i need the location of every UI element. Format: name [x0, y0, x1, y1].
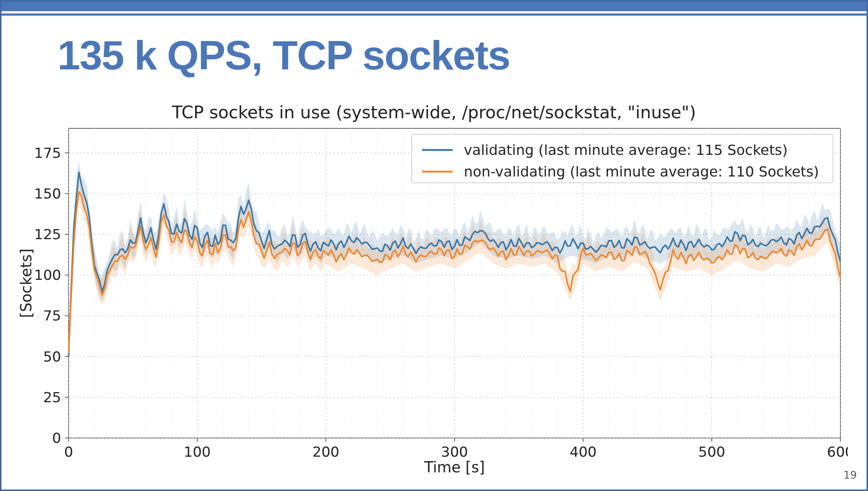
- svg-text:500: 500: [698, 444, 726, 460]
- svg-text:300: 300: [441, 444, 468, 460]
- chart-title: TCP sockets in use (system-wide, /proc/n…: [13, 102, 855, 122]
- header-band: [1, 1, 867, 13]
- svg-text:200: 200: [312, 444, 340, 460]
- line-chart: 01002003004005006000255075100125150175Ti…: [13, 125, 848, 479]
- svg-text:400: 400: [570, 444, 597, 460]
- svg-text:[Sockets]: [Sockets]: [18, 248, 35, 318]
- svg-text:175: 175: [34, 145, 61, 161]
- svg-text:0: 0: [64, 444, 73, 460]
- content-area: 135 k QPS, TCP sockets TCP sockets in us…: [1, 24, 867, 490]
- svg-text:600: 600: [827, 444, 848, 460]
- svg-text:Time [s]: Time [s]: [424, 459, 485, 476]
- svg-text:25: 25: [43, 389, 61, 406]
- page-title: 135 k QPS, TCP sockets: [57, 31, 859, 79]
- svg-text:75: 75: [43, 307, 61, 324]
- legend-entry-0: validating (last minute average: 115 Soc…: [464, 142, 787, 158]
- legend-entry-1: non-validating (last minute average: 110…: [464, 163, 819, 180]
- svg-text:100: 100: [184, 444, 211, 460]
- chart-wrap: TCP sockets in use (system-wide, /proc/n…: [13, 102, 855, 478]
- legend: validating (last minute average: 115 Soc…: [412, 134, 833, 183]
- slide: 135 k QPS, TCP sockets TCP sockets in us…: [0, 0, 868, 491]
- svg-text:50: 50: [43, 348, 61, 365]
- svg-text:100: 100: [34, 267, 61, 283]
- svg-text:150: 150: [34, 185, 61, 202]
- svg-text:125: 125: [34, 226, 61, 243]
- svg-text:0: 0: [52, 430, 61, 446]
- page-number: 19: [843, 469, 857, 481]
